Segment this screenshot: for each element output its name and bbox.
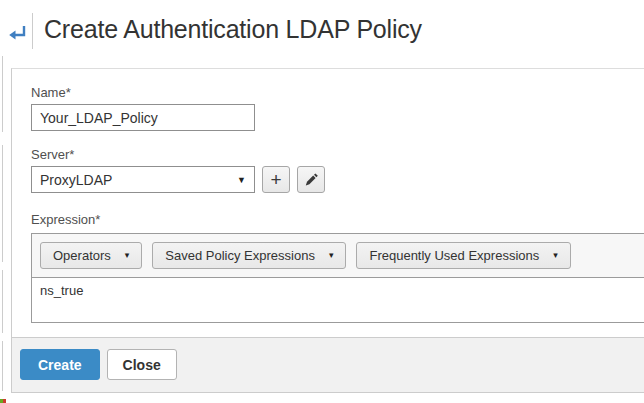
- page-title: Create Authentication LDAP Policy: [44, 15, 422, 44]
- page-edge-line: [2, 145, 3, 262]
- frequently-used-expressions-label: Frequently Used Expressions: [369, 248, 539, 263]
- saved-policy-expressions-dropdown[interactable]: Saved Policy Expressions ▾: [152, 242, 346, 269]
- form-footer: Create Close: [12, 337, 644, 392]
- add-server-button[interactable]: +: [262, 166, 290, 193]
- chevron-down-icon: ▾: [329, 251, 334, 260]
- server-select-value: ProxyLDAP: [40, 172, 112, 188]
- operators-dropdown-label: Operators: [53, 248, 111, 263]
- select-caret-icon: ▼: [237, 175, 246, 184]
- form-panel: Name* Server* ProxyLDAP ▼ + Expression*: [11, 68, 644, 393]
- pencil-icon: [303, 172, 319, 188]
- back-button[interactable]: [5, 21, 29, 45]
- chevron-down-icon: ▾: [553, 251, 558, 260]
- page-edge-line: [2, 270, 3, 333]
- plus-icon: +: [270, 170, 281, 189]
- server-select[interactable]: ProxyLDAP ▼: [31, 166, 255, 193]
- back-arrow-icon: [6, 23, 28, 43]
- expression-toolbar: Operators ▾ Saved Policy Expressions ▾ F…: [32, 234, 644, 278]
- frequently-used-expressions-dropdown[interactable]: Frequently Used Expressions ▾: [356, 242, 570, 269]
- server-label: Server*: [31, 147, 644, 162]
- page-edge-line: [2, 341, 3, 391]
- saved-policy-expressions-label: Saved Policy Expressions: [165, 248, 315, 263]
- server-row: ProxyLDAP ▼ +: [31, 166, 644, 193]
- page-edge-line: [2, 56, 3, 132]
- close-button[interactable]: Close: [107, 349, 177, 380]
- header-divider: [32, 13, 33, 49]
- create-button[interactable]: Create: [20, 349, 100, 380]
- expression-label: Expression*: [31, 212, 644, 227]
- chevron-down-icon: ▾: [125, 251, 130, 260]
- name-input[interactable]: [31, 104, 255, 131]
- expression-input[interactable]: ns_true: [32, 278, 644, 322]
- form-content: Name* Server* ProxyLDAP ▼ + Expression*: [12, 85, 644, 323]
- cropped-logo-fragment: [0, 399, 6, 403]
- edit-server-button[interactable]: [297, 166, 325, 193]
- expression-builder: Operators ▾ Saved Policy Expressions ▾ F…: [31, 233, 644, 323]
- operators-dropdown[interactable]: Operators ▾: [40, 242, 142, 269]
- name-label: Name*: [31, 85, 644, 100]
